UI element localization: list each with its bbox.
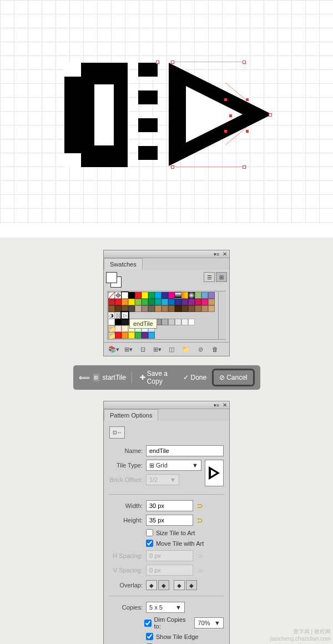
- swatch[interactable]: [128, 292, 135, 299]
- swatch[interactable]: [201, 305, 208, 312]
- close-icon[interactable]: ✕: [223, 402, 227, 408]
- overlap-bottom-button[interactable]: ◆: [186, 580, 197, 590]
- swatch[interactable]: [208, 305, 215, 312]
- folder-icon[interactable]: 📁: [108, 325, 115, 332]
- selection-handle[interactable]: [269, 113, 272, 117]
- swatch[interactable]: [135, 305, 142, 312]
- swatch[interactable]: [108, 305, 115, 312]
- tab-swatches[interactable]: Swatches: [104, 258, 143, 270]
- swatch[interactable]: [201, 299, 208, 305]
- save-copy-button[interactable]: ✚Save a Copy: [138, 369, 178, 386]
- swatch[interactable]: [115, 325, 122, 332]
- new-swatch-button[interactable]: ◫: [166, 345, 177, 354]
- swatch[interactable]: [162, 305, 168, 312]
- selection-handle[interactable]: [156, 61, 159, 64]
- swatch[interactable]: [122, 319, 128, 325]
- overlap-top-button[interactable]: ◆: [174, 580, 185, 590]
- swatch[interactable]: [115, 319, 122, 325]
- swatch[interactable]: [168, 319, 175, 325]
- back-arrow-icon[interactable]: ⟸: [79, 373, 90, 382]
- new-group-button[interactable]: ⊞▾: [152, 345, 163, 354]
- swatch[interactable]: [115, 299, 122, 305]
- anchor-point[interactable]: [229, 114, 232, 117]
- anchor-point[interactable]: [224, 98, 227, 101]
- swatch[interactable]: [122, 325, 128, 332]
- view-list-button[interactable]: ☰: [204, 272, 215, 282]
- swatch[interactable]: [148, 299, 155, 305]
- swatch[interactable]: [162, 292, 168, 299]
- swatch[interactable]: [195, 299, 201, 305]
- preset-icon[interactable]: ⊞: [93, 374, 99, 381]
- swatch[interactable]: [142, 299, 148, 305]
- done-button[interactable]: ✓Done: [181, 373, 209, 383]
- flyout-icon[interactable]: ▾≡: [214, 402, 219, 408]
- link-dimensions-icon[interactable]: ⊃: [195, 516, 204, 525]
- swatch[interactable]: [208, 299, 215, 305]
- swatch[interactable]: [108, 319, 115, 325]
- fg-bg-selector[interactable]: [106, 272, 124, 288]
- swatch[interactable]: [122, 299, 128, 305]
- swatch-tile-start[interactable]: ◑: [108, 312, 115, 319]
- swatch[interactable]: [155, 299, 162, 305]
- size-tile-checkbox[interactable]: Size Tile to Art: [146, 529, 195, 536]
- swatch[interactable]: [108, 299, 115, 305]
- swatch[interactable]: [188, 305, 195, 312]
- delete-button[interactable]: 🗑: [209, 345, 220, 354]
- swatch[interactable]: [175, 305, 181, 312]
- swatch-tile-segment[interactable]: |||: [115, 312, 122, 319]
- swatch[interactable]: [181, 292, 188, 299]
- swatch[interactable]: [188, 299, 195, 305]
- swatch[interactable]: [122, 292, 128, 299]
- swatch[interactable]: [128, 299, 135, 305]
- swatch[interactable]: [142, 292, 148, 299]
- swatch[interactable]: [148, 305, 155, 312]
- swatch[interactable]: [175, 319, 181, 325]
- new-folder-button[interactable]: 📁: [180, 345, 191, 354]
- panel-head[interactable]: ▾≡ ✕: [104, 401, 229, 409]
- scrollbar[interactable]: [218, 291, 226, 339]
- selection-handle[interactable]: [243, 61, 246, 64]
- swatch[interactable]: [168, 292, 175, 299]
- swatch-tile-end[interactable]: ▷: [122, 312, 128, 319]
- dim-copies-checkbox[interactable]: Dim Copies to:: [144, 616, 191, 630]
- swatch[interactable]: [122, 305, 128, 312]
- anchor-point[interactable]: [246, 130, 249, 133]
- break-link-button[interactable]: ⊘: [195, 345, 206, 354]
- anchor-point[interactable]: [224, 130, 227, 133]
- swatch[interactable]: [155, 292, 162, 299]
- tile-edge-toggle[interactable]: ⊡↔: [109, 426, 125, 439]
- close-icon[interactable]: ✕: [223, 251, 227, 257]
- swatch[interactable]: [148, 292, 155, 299]
- swatch[interactable]: [168, 305, 175, 312]
- swatch[interactable]: [128, 305, 135, 312]
- swatch[interactable]: [181, 319, 188, 325]
- swatch[interactable]: [201, 292, 208, 299]
- library-menu-button[interactable]: 📚▾: [108, 345, 119, 354]
- anchor-point[interactable]: [246, 98, 249, 101]
- show-edge-checkbox[interactable]: Show Tile Edge: [146, 633, 198, 640]
- swatch[interactable]: [195, 305, 201, 312]
- swatch[interactable]: [188, 319, 195, 325]
- swatch[interactable]: [142, 332, 148, 339]
- tab-pattern-options[interactable]: Pattern Options: [104, 409, 158, 421]
- swatch[interactable]: [162, 299, 168, 305]
- swatch[interactable]: [142, 305, 148, 312]
- swatch-registration[interactable]: [115, 292, 122, 299]
- swatch[interactable]: [208, 292, 215, 299]
- swatch[interactable]: [168, 299, 175, 305]
- swatch[interactable]: [115, 332, 122, 339]
- dim-copies-select[interactable]: 70%▼: [194, 617, 224, 628]
- selection-handle[interactable]: [171, 165, 174, 169]
- swatch[interactable]: [128, 332, 135, 339]
- swatch-options-button[interactable]: ⊡: [137, 345, 148, 354]
- swatch[interactable]: [181, 299, 188, 305]
- swatch[interactable]: [122, 332, 128, 339]
- link-dimensions-icon[interactable]: ⊃: [195, 501, 204, 510]
- folder-icon[interactable]: 📁: [108, 332, 115, 339]
- width-input[interactable]: [146, 500, 193, 511]
- flyout-icon[interactable]: ▾≡: [214, 251, 219, 257]
- swatch[interactable]: [135, 332, 142, 339]
- copies-select[interactable]: 5 x 5▼: [146, 602, 185, 613]
- swatch[interactable]: [135, 292, 142, 299]
- selection-handle[interactable]: [243, 165, 246, 169]
